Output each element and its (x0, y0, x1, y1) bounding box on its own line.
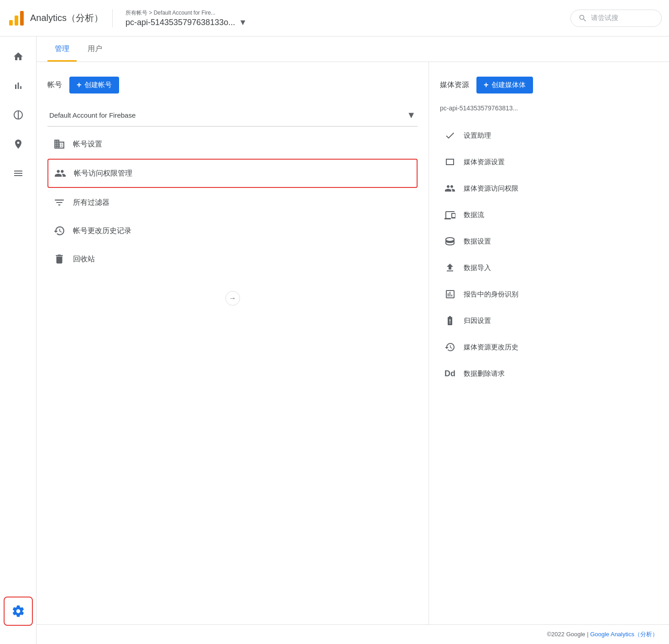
property-menu-data-import[interactable]: 数据导入 (440, 255, 658, 280)
menu-item-change-history[interactable]: 帐号更改历史记录 (47, 217, 418, 244)
property-menu-reporting-id-label: 报告中的身份识别 (464, 290, 518, 299)
breadcrumb-top: 所有帐号 > Default Account for Fire... (125, 9, 563, 17)
sidebar-bottom (0, 597, 36, 626)
property-menu-access-label: 媒体资源访问权限 (464, 184, 518, 193)
create-account-button[interactable]: + 创建帐号 (69, 77, 119, 93)
footer-copyright: ©2022 Google | (547, 631, 591, 638)
menu-item-trash-label: 回收站 (73, 254, 95, 264)
property-menu-data-deletion[interactable]: Dd 数据删除请求 (440, 361, 658, 386)
property-menu-data-import-label: 数据导入 (464, 264, 491, 272)
header: Analytics（分析） 所有帐号 > Default Account for… (0, 0, 669, 36)
create-account-label: 创建帐号 (84, 81, 112, 89)
trash-icon (53, 253, 66, 265)
property-history-icon (444, 341, 456, 353)
property-column-label: 媒体资源 (440, 80, 469, 90)
property-menu-reporting-id[interactable]: 报告中的身份识别 (440, 281, 658, 307)
property-id: pc-api-514353579763813... (440, 104, 658, 112)
explore-icon (13, 109, 24, 120)
settings-button[interactable] (4, 597, 33, 626)
breadcrumb-bottom: pc-api-5143535797638133o... ▼ (125, 18, 563, 27)
menu-item-trash[interactable]: 回收站 (47, 245, 418, 273)
create-property-button[interactable]: + 创建媒体体 (476, 77, 533, 93)
current-account-name: pc-api-5143535797638133o... (125, 18, 235, 27)
content-area: 帐号 + 创建帐号 Default Account for Firebase ▼… (37, 62, 669, 624)
history-icon (53, 224, 66, 237)
search-icon (578, 14, 587, 23)
property-menu-data-stream[interactable]: 数据流 (440, 202, 658, 228)
create-property-plus-icon: + (484, 80, 489, 90)
building-icon (53, 138, 66, 151)
property-menu-attribution[interactable]: 归因设置 (440, 308, 658, 333)
account-selector[interactable]: Default Account for Firebase ▼ (47, 104, 418, 127)
menu-item-access-management[interactable]: 帐号访问权限管理 (47, 159, 418, 188)
tabs: 管理 用户 (37, 36, 669, 62)
property-menu-data-deletion-label: 数据删除请求 (464, 369, 505, 378)
property-menu-property-history[interactable]: 媒体资源更改历史 (440, 334, 658, 360)
property-menu-access[interactable]: 媒体资源访问权限 (440, 176, 658, 201)
account-dropdown-arrow-icon[interactable]: ▼ (239, 18, 247, 27)
svg-rect-1 (15, 16, 18, 26)
main-content: 管理 用户 帐号 + 创建帐号 Default Account for Fire… (37, 36, 669, 644)
account-dropdown-expand-icon: ▼ (407, 110, 416, 120)
search-placeholder-text: 请尝试搜 (591, 14, 618, 22)
property-column: 媒体资源 + 创建媒体体 pc-api-514353579763813... 设… (429, 62, 669, 624)
property-menu-data-settings-label: 数据设置 (464, 237, 491, 246)
svg-rect-0 (9, 20, 13, 26)
list-icon (13, 168, 24, 179)
attribution-icon (444, 314, 456, 327)
filter-icon (53, 196, 66, 209)
tab-users[interactable]: 用户 (80, 38, 110, 62)
sidebar-item-config[interactable] (5, 161, 31, 186)
data-settings-icon (444, 235, 456, 248)
footer: ©2022 Google | Google Analytics（分析） (37, 624, 669, 644)
setup-icon (444, 129, 456, 142)
account-column-label: 帐号 (47, 80, 62, 90)
property-menu-setup[interactable]: 设置助理 (440, 123, 658, 148)
reporting-id-icon (444, 288, 456, 301)
section-arrow-divider: → (225, 291, 240, 306)
menu-item-filters[interactable]: 所有过滤器 (47, 189, 418, 216)
sidebar-item-explore[interactable] (5, 102, 31, 128)
property-access-icon (444, 182, 456, 195)
property-menu-property-history-label: 媒体资源更改历史 (464, 343, 518, 352)
footer-link[interactable]: Google Analytics（分析） (590, 631, 658, 638)
gear-icon (11, 604, 25, 618)
home-icon (13, 51, 24, 62)
property-column-header: 媒体资源 + 创建媒体体 (440, 77, 658, 93)
menu-item-filters-label: 所有过滤器 (73, 198, 110, 208)
account-column: 帐号 + 创建帐号 Default Account for Firebase ▼… (37, 62, 429, 624)
menu-item-access-management-label: 帐号访问权限管理 (74, 169, 132, 178)
menu-item-account-settings-label: 帐号设置 (73, 140, 102, 149)
data-delete-icon: Dd (444, 367, 456, 380)
breadcrumb-area: 所有帐号 > Default Account for Fire... pc-ap… (125, 9, 563, 27)
sidebar-item-advertising[interactable] (5, 131, 31, 157)
menu-item-account-settings[interactable]: 帐号设置 (47, 130, 418, 158)
people-icon (54, 167, 67, 180)
property-menu-settings[interactable]: 媒体资源设置 (440, 149, 658, 175)
advertising-icon (13, 139, 24, 150)
app-body: 管理 用户 帐号 + 创建帐号 Default Account for Fire… (0, 36, 669, 644)
data-stream-icon (444, 208, 456, 221)
reports-icon (13, 80, 24, 91)
app-title: Analytics（分析） (30, 12, 103, 24)
sidebar (0, 36, 37, 644)
sidebar-item-reports[interactable] (5, 73, 31, 99)
create-property-label: 创建媒体体 (491, 81, 526, 89)
property-menu-attribution-label: 归因设置 (464, 317, 491, 325)
property-menu-settings-label: 媒体资源设置 (464, 158, 505, 166)
account-column-header: 帐号 + 创建帐号 (47, 77, 418, 93)
account-dropdown-text: Default Account for Firebase (49, 111, 136, 119)
dd-text-icon: Dd (444, 369, 455, 379)
create-account-plus-icon: + (77, 80, 82, 90)
tab-manage[interactable]: 管理 (47, 38, 77, 62)
data-import-icon (444, 261, 456, 274)
search-box[interactable]: 请尝试搜 (570, 10, 662, 27)
property-menu-setup-label: 设置助理 (464, 131, 491, 140)
svg-rect-2 (20, 11, 24, 26)
property-menu-data-settings[interactable]: 数据设置 (440, 229, 658, 254)
sidebar-item-home[interactable] (5, 44, 31, 69)
menu-item-change-history-label: 帐号更改历史记录 (73, 226, 131, 236)
property-menu-data-stream-label: 数据流 (464, 211, 484, 219)
property-settings-icon (444, 156, 456, 168)
logo-area: Analytics（分析） (7, 9, 113, 27)
